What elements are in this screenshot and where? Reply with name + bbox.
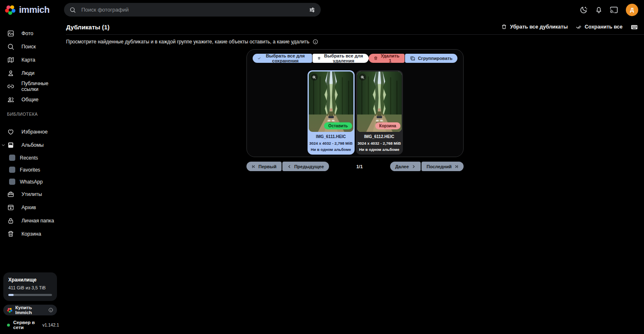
sidebar-item-label: Утилиты bbox=[21, 191, 42, 197]
sidebar-album-recents[interactable]: Recents bbox=[0, 152, 66, 164]
sidebar-album-whatsapp[interactable]: WhatsApp bbox=[0, 176, 66, 188]
storage-title: Хранилище bbox=[8, 277, 52, 283]
deduplicate-all-button[interactable]: Убрать все дубликаты bbox=[501, 24, 568, 30]
last-page-label: Последний bbox=[426, 164, 452, 169]
sidebar-item-public-links[interactable]: Публичные ссылки bbox=[0, 80, 66, 93]
sidebar-item-locked-folder[interactable]: Личная папка bbox=[0, 214, 66, 227]
page-title: Дубликаты (1) bbox=[66, 24, 109, 31]
trash-icon bbox=[7, 230, 14, 238]
album-label: Recents bbox=[20, 155, 38, 161]
buy-immich-button[interactable]: Купить Immich bbox=[3, 305, 57, 315]
stack-label: Сгруппировать bbox=[418, 56, 452, 61]
storage-progress-fill bbox=[8, 294, 14, 296]
previous-page-label: Предыдущее bbox=[294, 164, 324, 169]
sidebar-item-trash[interactable]: Корзина bbox=[0, 227, 66, 241]
select-all-trash-button[interactable]: Выбрать все для удаления bbox=[313, 54, 369, 63]
sidebar-item-label: Карта bbox=[21, 57, 35, 63]
keep-all-button[interactable]: Сохранить все bbox=[575, 24, 623, 30]
main-content: Дубликаты (1) Убрать все дубликаты Сохра… bbox=[66, 19, 644, 334]
server-version: v1.142.1 bbox=[43, 322, 59, 327]
zoom-asset-button[interactable] bbox=[359, 74, 366, 81]
first-page-button[interactable]: Первый bbox=[246, 162, 282, 171]
asset-info: IMG_6111.HEIC 3024 x 4032 - 2,798 MiB Ни… bbox=[309, 132, 353, 155]
topbar-actions: Д bbox=[580, 4, 638, 16]
next-page-button[interactable]: Далее bbox=[390, 162, 421, 171]
magnifier-plus-icon bbox=[360, 75, 365, 79]
sidebar-item-search[interactable]: Поиск bbox=[0, 40, 66, 53]
search-bar[interactable] bbox=[64, 3, 321, 17]
people-group-icon bbox=[7, 96, 14, 103]
zoom-asset-button[interactable] bbox=[311, 74, 318, 81]
sidebar-item-archive[interactable]: Архив bbox=[0, 201, 66, 214]
check-all-icon bbox=[575, 24, 582, 30]
sidebar: Фото Поиск Карта Люди Публичные ссылки О bbox=[0, 19, 66, 334]
sidebar-item-map[interactable]: Карта bbox=[0, 53, 66, 67]
trash-icon bbox=[374, 56, 378, 61]
asset-album-status: Ни в одном альбоме bbox=[309, 147, 353, 152]
user-avatar[interactable]: Д bbox=[626, 4, 638, 16]
archive-icon bbox=[7, 204, 14, 211]
sidebar-item-label: Архив bbox=[21, 205, 36, 210]
sidebar-album-favorites[interactable]: Favorites bbox=[0, 164, 66, 176]
storage-card: Хранилище 411 GiB из 3,5 TiB bbox=[3, 272, 57, 301]
select-all-trash-label: Выбрать все для удаления bbox=[323, 53, 364, 63]
check-icon bbox=[258, 56, 261, 61]
albums-icon bbox=[7, 141, 14, 149]
logo-wordmark: immich bbox=[19, 5, 50, 15]
notifications-bell-icon[interactable] bbox=[595, 6, 603, 14]
delete-selected-label: Удалить 1 bbox=[381, 53, 400, 63]
asset-album-status: Ни в одном альбоме bbox=[358, 147, 401, 152]
duplicate-group-card: Выбрать все для сохранения Выбрать все д… bbox=[246, 49, 464, 157]
album-thumbnail bbox=[9, 167, 15, 173]
sidebar-item-label: Фото bbox=[21, 31, 33, 36]
page-indicator: 1/1 bbox=[356, 164, 362, 169]
server-status-label: Сервер в сети bbox=[13, 320, 39, 330]
sidebar-item-favorites[interactable]: Избранное bbox=[0, 125, 66, 138]
delete-selected-button[interactable]: Удалить 1 bbox=[369, 54, 405, 63]
keep-status-badge: Оставить bbox=[324, 122, 352, 129]
sidebar-item-people[interactable]: Люди bbox=[0, 67, 66, 80]
trash-icon bbox=[501, 24, 507, 30]
link-icon bbox=[7, 83, 14, 90]
select-segment: Выбрать все для сохранения Выбрать все д… bbox=[253, 54, 369, 63]
chevron-down-icon[interactable] bbox=[1, 143, 5, 147]
magnifier-plus-icon bbox=[312, 75, 316, 79]
immich-logo[interactable]: immich bbox=[5, 5, 64, 15]
asset-filename: IMG_6112.HEIC bbox=[358, 134, 401, 139]
album-thumbnail bbox=[9, 179, 15, 185]
info-icon[interactable] bbox=[313, 39, 318, 45]
first-page-label: Первый bbox=[258, 164, 277, 169]
sidebar-item-label: Альбомы bbox=[21, 142, 44, 148]
search-filters-icon[interactable] bbox=[309, 7, 315, 13]
toolbox-icon bbox=[7, 191, 14, 198]
server-online-dot bbox=[7, 324, 10, 327]
sidebar-item-label: Публичные ссылки bbox=[21, 81, 66, 92]
theme-toggle-moon-icon[interactable] bbox=[580, 6, 588, 14]
previous-page-button[interactable]: Предыдущее bbox=[282, 162, 329, 171]
asset-card-trash[interactable]: Корзина IMG_6112.HEIC 3024 x 4032 - 2,76… bbox=[356, 70, 403, 155]
sidebar-item-shared[interactable]: Общие bbox=[0, 93, 66, 106]
sidebar-item-photos[interactable]: Фото bbox=[0, 27, 66, 40]
chevron-right-icon bbox=[412, 165, 416, 169]
keyboard-shortcuts-icon[interactable] bbox=[630, 23, 638, 31]
stack-photos-icon bbox=[410, 56, 415, 61]
search-icon bbox=[69, 7, 76, 13]
select-all-keep-button[interactable]: Выбрать все для сохранения bbox=[253, 54, 312, 63]
search-icon bbox=[7, 43, 14, 50]
album-label: Favorites bbox=[20, 167, 40, 173]
asset-meta: 3024 x 4032 - 2,768 MiB bbox=[358, 141, 401, 146]
cast-icon[interactable] bbox=[610, 6, 618, 14]
keep-all-label: Сохранить все bbox=[585, 24, 623, 30]
search-input[interactable] bbox=[80, 6, 304, 13]
chevron-left-icon bbox=[287, 165, 291, 169]
sidebar-item-label: Корзина bbox=[21, 231, 41, 237]
stack-button[interactable]: Сгруппировать bbox=[405, 54, 457, 63]
asset-card-keep[interactable]: Оставить IMG_6111.HEIC 3024 x 4032 - 2,7… bbox=[308, 70, 355, 155]
storage-progress-track bbox=[8, 294, 52, 296]
sidebar-item-utilities[interactable]: Утилиты bbox=[0, 188, 66, 201]
trash-status-badge: Корзина bbox=[375, 122, 400, 129]
sidebar-item-albums[interactable]: Альбомы bbox=[0, 138, 66, 152]
last-page-button[interactable]: Последний bbox=[421, 162, 464, 171]
info-icon[interactable] bbox=[48, 307, 53, 313]
description-row: Просмотрите найденные дубликаты и в кажд… bbox=[66, 39, 644, 45]
